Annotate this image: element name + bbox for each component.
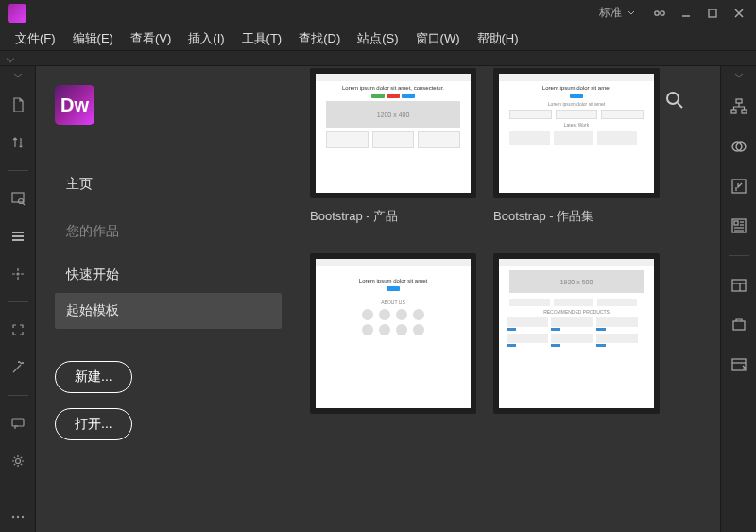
svg-point-15: [11, 516, 13, 518]
gear-icon[interactable]: [8, 451, 28, 472]
svg-point-14: [15, 459, 20, 464]
hamburger-icon[interactable]: [8, 226, 28, 247]
template-thumbnail[interactable]: Lorem ipsum dolor sit amet ABOUT US: [310, 253, 476, 414]
left-toolbar: [0, 66, 36, 532]
chevron-down-icon: [627, 10, 635, 16]
menu-file[interactable]: 文件(F): [8, 28, 63, 49]
menu-edit[interactable]: 编辑(E): [65, 28, 121, 49]
minimize-button[interactable]: [675, 4, 697, 23]
menubar: 文件(F) 编辑(E) 查看(V) 插入(I) 工具(T) 查找(D) 站点(S…: [0, 26, 756, 51]
sync-settings-icon[interactable]: [648, 4, 671, 23]
file-icon[interactable]: [8, 94, 28, 115]
app-logo-large: Dw: [55, 85, 94, 125]
target-icon[interactable]: [8, 264, 28, 284]
thumb-hero: 1920 x 500: [509, 270, 643, 293]
template-label: Bootstrap - 产品: [310, 208, 476, 225]
nav-starter-templates[interactable]: 起始模板: [55, 293, 282, 329]
thumb-heading: Lorem ipsum dolor sit amet: [359, 278, 427, 283]
new-button[interactable]: 新建...: [55, 361, 132, 393]
insert-panel-icon[interactable]: [729, 176, 749, 197]
cc-libraries-icon[interactable]: [729, 136, 749, 157]
expand-icon[interactable]: [8, 319, 28, 340]
menu-help[interactable]: 帮助(H): [470, 28, 526, 49]
svg-point-11: [22, 363, 23, 364]
app-logo-small: [8, 4, 26, 23]
template-label: Bootstrap - 作品集: [493, 208, 660, 225]
nav-your-work-label: 您的作品: [55, 214, 282, 249]
template-thumbnail[interactable]: 1920 x 500 RECOMMENDED PRODUCTS: [493, 253, 660, 414]
nav-home[interactable]: 主页: [55, 166, 282, 202]
dock-handle-icon[interactable]: [9, 72, 26, 77]
dock-handle-icon[interactable]: [730, 72, 747, 77]
arrows-icon[interactable]: [8, 132, 28, 153]
template-thumbnail[interactable]: Lorem ipsum dolor sit amet Lorem ipsum d…: [493, 68, 660, 198]
svg-point-12: [18, 362, 19, 363]
files-panel-icon[interactable]: [729, 275, 749, 296]
nav-quick-start[interactable]: 快速开始: [55, 257, 282, 293]
svg-point-17: [21, 516, 23, 518]
svg-point-0: [655, 10, 659, 14]
thumb-heading: Lorem ipsum dolor sit amet: [542, 85, 610, 91]
titlebar: 标准: [0, 0, 756, 26]
menu-tools[interactable]: 工具(T): [234, 28, 290, 49]
svg-rect-35: [733, 321, 745, 330]
wand-icon[interactable]: [8, 357, 28, 378]
menu-insert[interactable]: 插入(I): [180, 28, 232, 49]
svg-rect-21: [731, 110, 736, 113]
menu-view[interactable]: 查看(V): [123, 28, 179, 49]
close-button[interactable]: [728, 4, 750, 23]
svg-rect-13: [12, 419, 24, 426]
svg-point-10: [17, 273, 19, 275]
menu-window[interactable]: 窗口(W): [408, 28, 468, 49]
svg-rect-27: [734, 221, 738, 225]
workspace-switcher[interactable]: 标准: [590, 5, 644, 21]
right-panel-dock: [720, 66, 756, 532]
open-button[interactable]: 打开...: [55, 408, 132, 440]
assets-panel-icon[interactable]: [729, 315, 749, 335]
start-screen: Dw 主页 您的作品 快速开始 起始模板 新建... 打开... Lo: [36, 66, 720, 532]
maximize-button[interactable]: [701, 4, 724, 23]
inspect-icon[interactable]: [8, 188, 28, 209]
svg-rect-32: [732, 280, 746, 291]
svg-point-16: [16, 516, 18, 518]
thumb-hero: 1200 x 400: [326, 101, 459, 128]
menu-site[interactable]: 站点(S): [350, 28, 405, 49]
svg-line-6: [23, 203, 25, 205]
more-icon[interactable]: [8, 506, 28, 527]
template-thumbnail[interactable]: Lorem ipsum dolor sit amet, consectetur.…: [310, 68, 476, 198]
tab-expand-icon[interactable]: [7, 54, 14, 61]
svg-rect-3: [709, 9, 716, 17]
document-tab-strip: [0, 51, 756, 66]
svg-point-5: [18, 199, 23, 204]
svg-point-1: [661, 10, 664, 14]
thumb-heading: Lorem ipsum dolor sit amet, consectetur.: [342, 85, 444, 91]
snippets-panel-icon[interactable]: [729, 354, 749, 375]
comment-icon[interactable]: [8, 413, 28, 434]
menu-find[interactable]: 查找(D): [291, 28, 348, 49]
dom-tree-icon[interactable]: [729, 96, 749, 117]
svg-rect-22: [742, 110, 747, 113]
css-designer-icon[interactable]: [729, 215, 749, 236]
svg-rect-20: [736, 99, 742, 103]
